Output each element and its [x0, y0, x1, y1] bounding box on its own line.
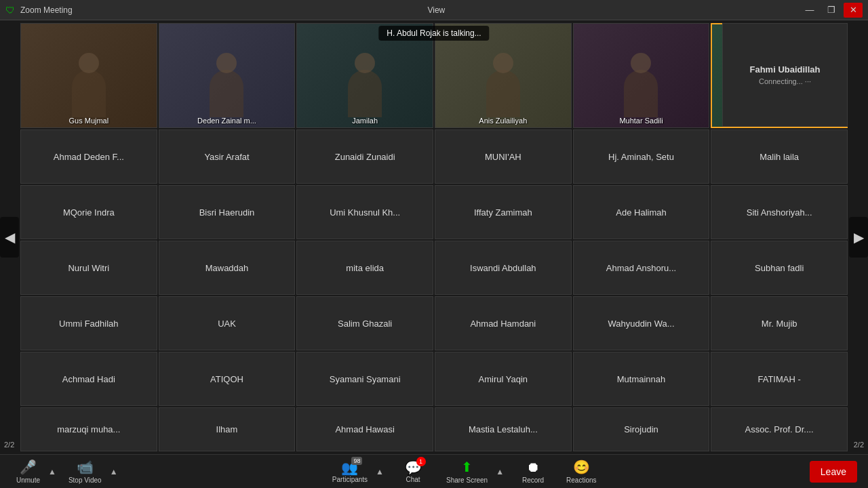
text-cell-14[interactable]: Bisri Haerudin — [159, 185, 296, 239]
participant-name-31: Achmad Hadi — [60, 371, 118, 387]
participant-name-37: marzuqi muha... — [54, 422, 123, 437]
text-cell-18[interactable]: Siti Anshoriyah... — [711, 185, 848, 239]
text-cell-11[interactable]: Hj. Aminah, Setu — [573, 129, 710, 184]
participant-name-38: Ilham — [214, 422, 241, 437]
participant-name-8: Yasir Arafat — [201, 149, 252, 165]
chat-button[interactable]: 💬 1 Chat — [396, 457, 430, 486]
text-cell-28[interactable]: Ahmad Hamdani — [435, 296, 572, 350]
stop-video-button[interactable]: 📹 Stop Video — [63, 456, 107, 487]
fahmi-name: Fahmi Ubaidillah — [749, 64, 820, 75]
toolbar: 🎤 Unmute ▲ 📹 Stop Video ▲ 👥 98 Participa… — [0, 454, 868, 488]
participant-name-42: Assoc. Prof. Dr.... — [743, 422, 816, 437]
text-cell-29[interactable]: Wahyuddin Wa... — [573, 296, 710, 350]
text-cell-42[interactable]: Assoc. Prof. Dr.... — [711, 407, 848, 451]
participant-name-2: Deden Zainal m... — [159, 117, 295, 125]
participant-name-26: UAK — [215, 316, 239, 331]
record-icon: ⏺ — [526, 460, 540, 475]
reactions-group[interactable]: 😊 Reactions — [561, 456, 601, 487]
text-cell-35[interactable]: Mutmainnah — [573, 352, 710, 406]
participant-name-13: MQorie Indra — [60, 205, 117, 220]
participant-name-30: Mr. Mujib — [759, 316, 800, 331]
participant-name-41: Sirojudin — [621, 422, 661, 437]
meeting-area: H. Abdul Rojak is talking... ◀ 2/2 ▶ 2/2… — [0, 20, 868, 454]
text-cell-30[interactable]: Mr. Mujib — [711, 296, 848, 350]
record-group[interactable]: ⏺ Record — [516, 457, 550, 487]
participant-name-33: Syamani Syamani — [327, 371, 403, 387]
page-indicator-left: 2/2 — [4, 441, 14, 449]
stop-video-group[interactable]: 📹 Stop Video ▲ — [63, 456, 119, 487]
text-cell-33[interactable]: Syamani Syamani — [296, 352, 433, 406]
chat-icon-wrapper: 💬 1 — [405, 460, 422, 476]
next-page-button[interactable]: ▶ — [849, 217, 868, 258]
window-controls[interactable]: — ❐ ✕ — [800, 3, 863, 18]
text-cell-27[interactable]: Salim Ghazali — [296, 296, 433, 350]
text-cell-26[interactable]: UAK — [159, 296, 296, 350]
minimize-button[interactable]: — — [800, 3, 819, 18]
video-cell-5[interactable]: Muhtar Sadili — [573, 23, 710, 128]
text-cell-40[interactable]: Mastia Lestaluh... — [435, 407, 572, 451]
text-cell-23[interactable]: Ahmad Anshoru... — [573, 241, 710, 295]
chat-label: Chat — [406, 476, 420, 483]
text-cell-8[interactable]: Yasir Arafat — [159, 129, 296, 184]
page-indicator-right: 2/2 — [854, 441, 864, 449]
title-bar: 🛡 Zoom Meeting View — ❐ ✕ — [0, 0, 868, 20]
close-button[interactable]: ✕ — [844, 3, 863, 18]
text-cell-34[interactable]: Amirul Yaqin — [435, 352, 572, 406]
text-cell-21[interactable]: mita elida — [296, 241, 433, 295]
text-cell-9[interactable]: Zunaidi Zunaidi — [296, 129, 433, 184]
participant-name-7: Ahmad Deden F... — [51, 149, 127, 165]
participant-name-14: Bisri Haerudin — [197, 205, 258, 220]
participants-expand-icon[interactable]: ▲ — [374, 467, 385, 476]
text-cell-15[interactable]: Umi Khusnul Kh... — [296, 185, 433, 239]
share-expand-icon[interactable]: ▲ — [494, 467, 505, 476]
participants-button[interactable]: 👥 98 Participants — [327, 457, 373, 486]
record-label: Record — [522, 476, 544, 484]
text-cell-19[interactable]: Nurul Witri — [20, 241, 157, 295]
participant-name-10: MUNI'AH — [482, 149, 524, 165]
unmute-button[interactable]: 🎤 Unmute — [11, 456, 45, 487]
text-cell-10[interactable]: MUNI'AH — [435, 129, 572, 184]
reactions-icon: 😊 — [573, 459, 590, 475]
text-cell-25[interactable]: Ummi Fadhilah — [20, 296, 157, 350]
text-cell-12[interactable]: Malih laila — [711, 129, 848, 184]
video-cell-1[interactable]: Gus Mujmal — [20, 23, 157, 128]
chat-badge: 1 — [416, 457, 426, 466]
share-screen-icon: ⬆ — [461, 459, 473, 475]
participant-name-1: Gus Mujmal — [21, 117, 157, 125]
share-screen-label: Share Screen — [446, 476, 488, 484]
maximize-button[interactable]: ❐ — [822, 3, 841, 18]
text-cell-36[interactable]: FATIMAH - — [711, 352, 848, 406]
prev-page-button[interactable]: ◀ — [0, 217, 19, 258]
participant-name-21: mita elida — [343, 260, 387, 276]
text-cell-32[interactable]: ATIQOH — [159, 352, 296, 406]
text-cell-38[interactable]: Ilham — [159, 407, 296, 451]
text-cell-39[interactable]: Ahmad Hawasi — [296, 407, 433, 451]
leave-button[interactable]: Leave — [810, 461, 857, 483]
text-cell-22[interactable]: Iswandi Abdullah — [435, 241, 572, 295]
participant-name-29: Wahyuddin Wa... — [605, 316, 677, 331]
unmute-expand-icon[interactable]: ▲ — [47, 467, 58, 476]
text-cell-7[interactable]: Ahmad Deden F... — [20, 129, 157, 184]
participants-group[interactable]: 👥 98 Participants ▲ — [327, 457, 385, 486]
record-button[interactable]: ⏺ Record — [516, 457, 550, 487]
reactions-button[interactable]: 😊 Reactions — [561, 456, 601, 487]
toolbar-left: 🎤 Unmute ▲ 📹 Stop Video ▲ — [11, 456, 125, 487]
participant-name-5: Muhtar Sadili — [574, 117, 709, 125]
chat-group[interactable]: 💬 1 Chat — [396, 457, 430, 486]
participant-name-18: Siti Anshoriyah... — [744, 205, 815, 220]
text-cell-16[interactable]: Iffaty Zamimah — [435, 185, 572, 239]
text-cell-20[interactable]: Mawaddah — [159, 241, 296, 295]
toolbar-center: 👥 98 Participants ▲ 💬 1 Chat ⬆ Share Scr… — [327, 456, 608, 487]
text-cell-41[interactable]: Sirojudin — [573, 407, 710, 451]
video-expand-icon[interactable]: ▲ — [108, 467, 119, 476]
text-cell-17[interactable]: Ade Halimah — [573, 185, 710, 239]
unmute-group[interactable]: 🎤 Unmute ▲ — [11, 456, 58, 487]
text-cell-31[interactable]: Achmad Hadi — [20, 352, 157, 406]
text-cell-13[interactable]: MQorie Indra — [20, 185, 157, 239]
video-cell-2[interactable]: Deden Zainal m... — [159, 23, 296, 128]
text-cell-24[interactable]: Subhan fadli — [711, 241, 848, 295]
share-screen-button[interactable]: ⬆ Share Screen — [441, 456, 493, 487]
text-cell-37[interactable]: marzuqi muha... — [20, 407, 157, 451]
share-screen-group[interactable]: ⬆ Share Screen ▲ — [441, 456, 505, 487]
video-cell-fahmi[interactable]: Fahmi Ubaidillah Connecting... ··· — [722, 23, 848, 127]
